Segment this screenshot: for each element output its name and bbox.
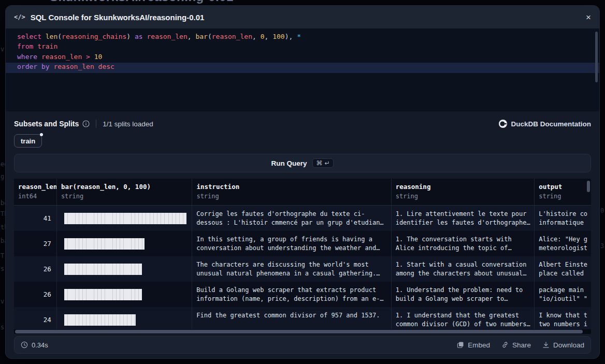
background-text-fragment: s [1,324,4,331]
editor-active-line: order by reason_len desc [6,63,599,72]
bar-visualization [64,289,142,300]
download-button[interactable]: Download [542,341,584,349]
cell-bar [56,307,192,332]
editor-line: select len(reasoning_chains) as reason_l… [6,33,599,42]
sql-token [33,42,37,50]
table-row: 26Build a Golang web scraper that extrac… [14,282,591,307]
duckdb-docs-label: DuckDB Documentation [511,120,591,128]
sql-token [41,33,46,40]
sql-editor[interactable]: select len(reasoning_chains) as reason_l… [6,28,599,111]
background-text-fragment: g [1,173,4,180]
table-row: 24Find the greatest common divisor of 95… [14,307,591,332]
sql-token: 100 [272,33,284,40]
editor-scrollbar[interactable] [595,32,598,82]
bar-visualization [64,238,145,250]
sql-token: reason_len [212,33,252,40]
sql-token: bar [195,33,207,40]
sql-token [94,63,98,70]
sql-token: from [17,42,33,50]
sql-token [37,63,41,70]
column-name: instruction [196,183,386,191]
sql-token: len [46,33,57,40]
sql-token: reasoning_chains [62,33,126,40]
column-header-reason-len: reason_lenint64 [14,179,56,205]
cell-reasoning: 1. Lire attentivement le texte pour iden… [391,206,535,231]
column-type: string [61,193,188,200]
cell-instruction: Build a Golang web scraper that extracts… [192,282,391,307]
active-dot [40,133,43,136]
share-link-icon [501,341,509,348]
split-chip-train[interactable]: train [14,134,42,148]
info-icon[interactable] [82,120,90,127]
cell-output: Albert Einste place called [534,256,591,282]
sql-token: reason_len [147,33,187,40]
sql-token: select [17,33,41,40]
sql-token: desc [98,63,114,70]
share-label: Share [512,341,531,349]
embed-icon [457,341,464,348]
background-text-fragment: v [1,46,4,53]
sql-token: ) [126,33,131,40]
sql-token: order [17,63,37,70]
cell-bar [56,206,192,231]
sql-token [82,53,86,61]
sql-token [256,33,261,40]
sql-token: as [135,33,143,40]
bar-visualization [64,264,142,275]
cell-output: I know that t two numbers i [534,307,591,332]
table-vertical-scrollbar[interactable] [587,181,590,192]
background-text-fragment: s [1,265,4,272]
cell-bar [56,231,192,256]
column-header-instruction: instructionstring [192,179,391,205]
sql-editor-lines: select len(reasoning_chains) as reason_l… [6,33,599,73]
column-header-reasoning: reasoningstring [391,179,535,205]
cell-reasoning: 1. The conversation starts with Alice in… [391,231,535,256]
table-row: 41Corrige les fautes d'orthographe du te… [14,206,591,231]
cell-output: Alice: "Hey g meteorologist [534,231,591,256]
background-text-fragment: v [1,298,4,305]
column-header-output: outputstring [534,179,591,205]
query-time-value: 0.34s [32,341,48,349]
cell-instruction: In this setting, a group of friends is h… [192,231,391,256]
sql-token [268,33,272,40]
cell-bar [56,282,192,307]
run-query-button[interactable]: Run Query ⌘ ↵ [14,154,591,172]
column-type: string [396,193,530,200]
cell-reason-len: 41 [14,206,56,231]
sql-token: , [252,33,256,40]
table-horizontal-scrollbar-track [14,329,591,334]
cell-reason-len: 27 [14,231,56,256]
sql-token: reason_len [41,53,82,61]
sql-token: reason_len [53,63,94,70]
sql-token: train [37,42,57,50]
table-row: 26The characters are discussing the worl… [14,256,591,282]
sql-token: * [297,33,301,40]
cell-instruction: The characters are discussing the world'… [192,256,391,282]
column-name: reason_len [18,183,52,191]
split-chip-label: train [21,137,35,145]
table-horizontal-scrollbar[interactable] [15,330,583,333]
sql-token: > [86,53,90,61]
query-time: 0.34s [21,341,48,349]
background-text-fragment: T [1,252,4,259]
duckdb-docs-link[interactable]: DuckDB Documentation [499,120,591,128]
clock-icon [21,341,28,348]
cell-reason-len: 26 [14,282,56,307]
sql-token: , [188,33,192,40]
cell-reason-len: 24 [14,307,56,332]
column-name: output [539,183,587,191]
sql-token: 0 [261,33,265,40]
modal-body: Subsets and Splits 1/1 splits loaded Duc… [6,118,599,334]
close-icon[interactable]: × [586,13,591,22]
modal-title: SQL Console for SkunkworksAI/reasoning-0… [31,13,205,22]
share-button[interactable]: Share [501,341,531,349]
footer-actions: Embed Share Download [457,341,584,349]
editor-line: from train [6,42,599,52]
cell-instruction: Corrige les fautes d'orthographe du text… [192,206,391,231]
embed-button[interactable]: Embed [457,341,490,349]
column-name: bar(reason_len, 0, 100) [61,183,188,191]
column-type: int64 [18,193,52,200]
bar-visualization [64,314,136,326]
background-text-fragment: 0 [600,207,604,214]
column-type: string [539,193,587,200]
